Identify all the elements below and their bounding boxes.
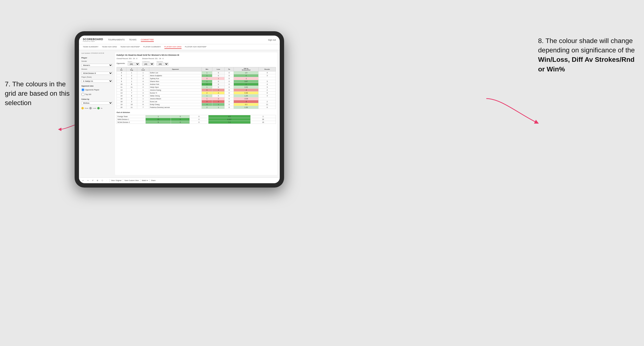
sub-nav-player-h2h-grid[interactable]: PLAYER H2H GRID [164,45,182,49]
nav-committee[interactable]: COMMITTEE [141,38,154,42]
cell-diff: 4 [234,74,258,77]
cell-diff: 0.3 [234,103,258,106]
toolbar-sep1 [109,179,110,182]
cell-rounds: 3 [258,80,276,83]
gender-select[interactable]: Women's [81,64,113,67]
toolbar-save-custom[interactable]: Save Custom View [124,179,139,181]
grid-records: Overall Record: 353 - 34 - 6 Division Re… [116,58,276,59]
cell-div: 11 [117,86,126,89]
cell-reg: 2 [126,100,137,103]
legend-up-label: Up [101,108,102,109]
last-updated: Last Updated: 27/03/2024 16:55:38 [81,52,113,54]
cell-loss: 1 [212,89,224,92]
cell-tie: 0 [224,77,234,80]
opponent-label: Opponent [156,61,168,62]
sub-nav-player-summary[interactable]: PLAYER SUMMARY [143,45,161,49]
cell-reg: 3 [126,97,137,100]
division-select[interactable]: NCAA Division III [81,72,113,75]
table-row: 5 2 2 Alexis Sudjianto 1 0 0 4 3 [117,74,276,77]
nav-tournaments[interactable]: TOURNAMENTS [108,38,124,42]
conference-filter: Conference (All) [142,61,154,66]
ood-cell-loss: 0 [171,115,190,118]
cell-div: 18 [117,100,126,103]
toolbar-redo2[interactable]: ↺ [91,179,94,182]
cell-tie: 0 [224,80,234,83]
opponent-select[interactable]: (All) [156,62,168,66]
ood-cell-tie: 0 [190,115,208,118]
nav-teams[interactable]: TEAMS [129,38,136,42]
radio-top100-input[interactable] [81,93,84,96]
sign-out-link[interactable]: Sign out [268,39,276,41]
header-rounds: Rounds [258,67,276,71]
tablet-frame: SCOREBOARD Powered by clippd TOURNAMENTS… [75,31,284,187]
cell-loss: 0 [212,74,224,77]
cell-opponent: Alexis Sudjianto [149,74,202,77]
cell-reg: 8 [126,95,137,97]
conference-select[interactable]: (All) [142,62,154,66]
cell-win: 0 [202,89,212,92]
cell-win: 1 [202,97,212,100]
toolbar-grid-btn[interactable]: ⊞ [96,179,99,182]
cell-conf: 5 [137,95,149,97]
watch-label: Watch ▾ [142,179,148,181]
cell-rounds: 4 [258,71,276,74]
table-row: 6 3 3 Sydney Kuo 0 1 0 -1 [117,77,276,80]
opponent-filter: Opponent (All) [156,61,168,66]
cell-win: 2 [202,83,212,86]
ood-cell-diff: 9.267 [208,118,250,121]
toolbar-share[interactable]: Share [151,179,156,181]
sub-nav-team-h2h-grid[interactable]: TEAM H2H GRID [102,45,117,49]
player-section-title: Player [81,57,113,59]
grid-title: Katelyn Vo Head-to-Head Grid for Women's… [116,54,276,56]
toolbar-sep4 [150,179,150,182]
sub-nav-team-h2h-heatmap[interactable]: TEAM H2H HEATMAP [120,45,140,49]
cell-win: 1 [202,71,212,74]
ood-cell-tie: 0 [190,118,208,121]
cell-loss: 2 [212,97,224,100]
colour-by-select[interactable]: Win/loss [81,101,113,105]
cell-loss: 0 [212,83,224,86]
toolbar-watch[interactable]: Watch ▾ [142,179,148,181]
cell-conf: 4 [137,92,149,95]
cell-opponent: Euna Lee [149,100,202,103]
header-win: Win [202,67,212,71]
opponents-label: Opponents: [116,62,125,64]
cell-opponent: Emily Chang [149,103,202,106]
cell-div: 14 [117,92,126,95]
sub-nav-player-h2h-heatmap[interactable]: PLAYER H2H HEATMAP [185,45,206,49]
cell-win: 4 [202,103,212,106]
table-row: 10 6 3 Andrea York 2 0 0 4 4 [117,83,276,86]
cell-diff: 3.67 [234,80,258,83]
cell-opponent: Sharon Mun [149,80,202,83]
player-rank-label: Player (Rank) [81,76,113,78]
cell-tie: 0 [224,103,234,106]
cell-conf: 1 [137,71,149,74]
ood-cell-loss: 0 [171,118,190,121]
cell-rounds: 3 [258,74,276,77]
sub-nav: TEAM SUMMARY TEAM H2H GRID TEAM H2H HEAT… [79,44,280,50]
cell-rounds: 4 [258,83,276,86]
cell-div: 9 [117,80,126,83]
sub-nav-team-summary[interactable]: TEAM SUMMARY [83,45,98,49]
toolbar-more-btn[interactable]: · [106,179,108,181]
app-header: SCOREBOARD Powered by clippd TOURNAMENTS… [79,36,280,44]
toolbar-undo[interactable]: ↩ [81,179,85,182]
cell-loss: 1 [212,103,224,106]
cell-rounds: 2 [258,89,276,92]
toolbar-view-original[interactable]: View: Original [111,179,121,181]
cell-conf: 2 [137,74,149,77]
ood-table: Foreign Team 1 0 0 4.5 2 NAIA Division 1… [116,115,276,124]
cell-reg: 11 [126,106,137,109]
cell-conf: 3 [137,77,149,80]
radio-opponents-input[interactable] [81,88,84,91]
region-select[interactable]: (All) [128,62,140,66]
cell-loss: 0 [212,71,224,74]
toolbar-hex-btn[interactable]: ⬡ [101,179,104,182]
cell-reg: 6 [126,83,137,86]
header-diff: Diff AvStrokes/Rnd [234,67,258,71]
player-rank-select[interactable]: 8. Katelyn Vo [81,80,113,83]
header-div: #Div [117,67,126,71]
cell-div: 6 [117,77,126,80]
cell-rounds: 2 [258,100,276,103]
toolbar-redo1[interactable]: ↪ [86,179,90,182]
